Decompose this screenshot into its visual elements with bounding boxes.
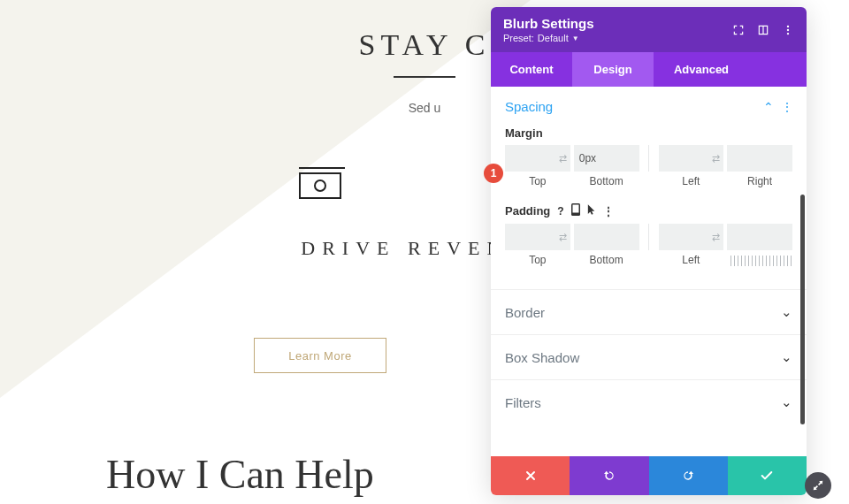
panel-body: Spacing ⌃ ⋮ Margin ⇄ ⇄ Top Bottom Left R… <box>491 87 807 456</box>
close-icon <box>524 469 538 483</box>
padding-inputs: ⇄ ⇄ <box>491 224 807 250</box>
phone-icon[interactable] <box>571 203 580 218</box>
tab-design[interactable]: Design <box>572 52 654 87</box>
padding-top-input[interactable] <box>505 224 570 250</box>
hero-title-underline <box>394 76 455 78</box>
field-more-icon[interactable]: ⋮ <box>603 205 612 218</box>
check-icon <box>760 469 774 483</box>
preset-selector[interactable]: Preset: Default ▼ <box>503 33 732 43</box>
help-icon[interactable]: ? <box>557 205 563 218</box>
chevron-down-icon: ⌄ <box>781 304 792 320</box>
undo-icon <box>602 469 616 483</box>
expand-button[interactable] <box>805 472 831 499</box>
margin-right-input[interactable] <box>727 145 792 172</box>
resize-hatch-icon[interactable] <box>730 256 792 266</box>
callout-badge-1: 1 <box>484 164 503 183</box>
margin-left-input[interactable] <box>659 145 724 172</box>
svg-rect-4 <box>572 205 578 213</box>
chevron-down-icon: ⌄ <box>781 349 792 365</box>
svg-point-1 <box>787 28 789 30</box>
accordion-border[interactable]: Border ⌄ <box>491 289 807 334</box>
focus-icon[interactable] <box>732 24 745 36</box>
undo-button[interactable] <box>570 456 648 495</box>
hero-triangle-bg <box>0 0 531 442</box>
redo-button[interactable] <box>649 456 728 495</box>
input-separator <box>648 145 649 172</box>
preset-value: Default <box>538 33 569 43</box>
redo-icon <box>681 469 695 483</box>
section-more-icon[interactable]: ⋮ <box>781 100 792 114</box>
save-button[interactable] <box>728 456 807 495</box>
panel-scrollbar[interactable] <box>800 90 805 453</box>
padding-right-input[interactable] <box>727 224 792 250</box>
cancel-button[interactable] <box>491 456 570 495</box>
margin-top-input[interactable] <box>505 145 570 172</box>
margin-sublabels: Top Bottom Left Right <box>491 172 807 196</box>
panel-header[interactable]: Blurb Settings Preset: Default ▼ <box>491 7 807 52</box>
padding-bottom-input[interactable] <box>574 224 639 250</box>
chevron-down-icon: ⌄ <box>781 394 792 410</box>
padding-label: Padding ? ⋮ <box>491 196 807 224</box>
preset-label: Preset: <box>503 33 534 43</box>
padding-left-input[interactable] <box>659 224 724 250</box>
chevron-up-icon[interactable]: ⌃ <box>763 100 774 114</box>
scrollbar-thumb[interactable] <box>800 195 805 424</box>
expand-icon <box>812 479 824 492</box>
learn-more-button[interactable]: Learn More <box>254 338 386 373</box>
svg-point-0 <box>787 25 789 27</box>
cursor-icon[interactable] <box>587 203 596 218</box>
columns-icon[interactable] <box>757 24 769 36</box>
section-heading: How I Can Help <box>106 451 374 498</box>
tab-advanced[interactable]: Advanced <box>654 52 749 87</box>
margin-inputs: ⇄ ⇄ <box>491 145 807 172</box>
more-icon[interactable] <box>782 24 794 36</box>
accordion-box-shadow[interactable]: Box Shadow ⌄ <box>491 334 807 379</box>
panel-tabs: Content Design Advanced <box>491 52 807 87</box>
input-separator <box>648 224 649 250</box>
tab-content[interactable]: Content <box>491 52 572 87</box>
spacing-title: Spacing <box>505 99 763 114</box>
spacing-section-header[interactable]: Spacing ⌃ ⋮ <box>491 87 807 119</box>
accordion-filters[interactable]: Filters ⌄ <box>491 379 807 424</box>
svg-point-2 <box>787 32 789 34</box>
settings-panel: Blurb Settings Preset: Default ▼ Content… <box>491 7 807 495</box>
panel-footer <box>491 456 807 495</box>
panel-title: Blurb Settings <box>503 16 732 31</box>
caret-down-icon: ▼ <box>572 34 579 42</box>
money-icon <box>299 172 341 199</box>
margin-bottom-input[interactable] <box>574 145 639 172</box>
margin-label: Margin <box>491 119 807 145</box>
